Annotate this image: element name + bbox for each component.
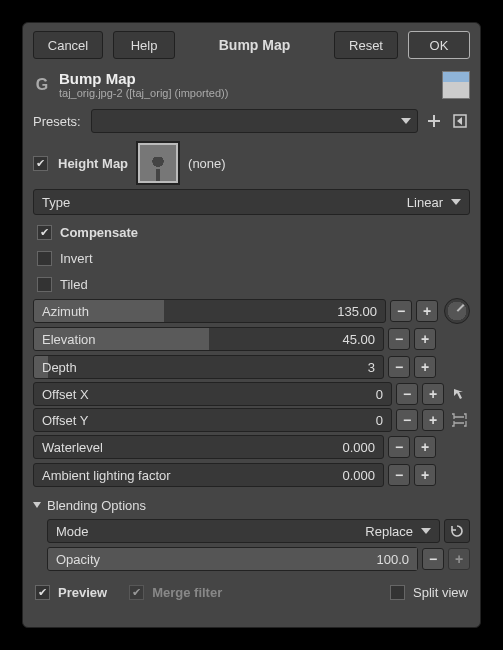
offsetx-slider[interactable]: Offset X 0 — [33, 382, 392, 406]
cancel-button[interactable]: Cancel — [33, 31, 103, 59]
depth-value: 3 — [368, 360, 383, 375]
tiled-checkbox[interactable] — [37, 277, 52, 292]
preview-label[interactable]: Preview — [58, 585, 107, 600]
header: G Bump Map taj_orig.jpg-2 ([taj_orig] (i… — [23, 67, 480, 103]
merge-filter-label: Merge filter — [152, 585, 222, 600]
heightmap-picker[interactable] — [138, 143, 178, 183]
waterlevel-minus-button[interactable]: − — [388, 436, 410, 458]
split-view-checkbox[interactable] — [390, 585, 405, 600]
offsety-minus-button[interactable]: − — [396, 409, 418, 431]
merge-filter-checkbox — [129, 585, 144, 600]
offset-pick-button[interactable] — [452, 381, 466, 407]
compensate-checkbox[interactable] — [37, 225, 52, 240]
mode-combo[interactable]: Mode Replace — [47, 519, 440, 543]
heightmap-checkbox[interactable] — [33, 156, 48, 171]
presets-combo[interactable] — [91, 109, 418, 133]
azimuth-label: Azimuth — [34, 304, 89, 319]
split-view-label[interactable]: Split view — [413, 585, 468, 600]
mode-value: Replace — [365, 524, 413, 539]
opacity-slider[interactable]: Opacity 100.0 — [47, 547, 418, 571]
preview-checkbox[interactable] — [35, 585, 50, 600]
compensate-label[interactable]: Compensate — [60, 225, 138, 240]
heightmap-label: Height Map — [58, 156, 128, 171]
type-value: Linear — [407, 195, 443, 210]
preset-manage-button[interactable] — [450, 111, 470, 131]
azimuth-dial[interactable] — [444, 298, 470, 324]
offsetx-label: Offset X — [34, 387, 89, 402]
depth-slider[interactable]: Depth 3 — [33, 355, 384, 379]
waterlevel-label: Waterlevel — [34, 440, 103, 455]
gimp-icon: G — [33, 76, 51, 94]
offsety-label: Offset Y — [34, 413, 89, 428]
elevation-value: 45.00 — [342, 332, 383, 347]
offsetx-value: 0 — [376, 387, 391, 402]
opacity-label: Opacity — [48, 552, 100, 567]
offsety-slider[interactable]: Offset Y 0 — [33, 408, 392, 432]
azimuth-value: 135.00 — [337, 304, 385, 319]
chevron-down-icon — [33, 502, 41, 508]
chevron-down-icon — [421, 528, 431, 534]
elevation-slider[interactable]: Elevation 45.00 — [33, 327, 384, 351]
ambient-value: 0.000 — [342, 468, 383, 483]
ambient-label: Ambient lighting factor — [34, 468, 171, 483]
ambient-minus-button[interactable]: − — [388, 464, 410, 486]
blending-options-label: Blending Options — [47, 498, 146, 513]
azimuth-plus-button[interactable]: + — [416, 300, 438, 322]
opacity-minus-button[interactable]: − — [422, 548, 444, 570]
waterlevel-plus-button[interactable]: + — [414, 436, 436, 458]
dialog-title: Bump Map — [185, 37, 324, 53]
tiled-label[interactable]: Tiled — [60, 277, 88, 292]
ok-button[interactable]: OK — [408, 31, 470, 59]
heightmap-value: (none) — [188, 156, 226, 171]
titlebar: Cancel Help Bump Map Reset OK — [23, 23, 480, 67]
opacity-value: 100.0 — [376, 552, 417, 567]
heightmap-thumb-icon — [148, 157, 168, 181]
opacity-plus-button[interactable]: + — [448, 548, 470, 570]
depth-plus-button[interactable]: + — [414, 356, 436, 378]
type-combo[interactable]: Type Linear — [33, 189, 470, 215]
ambient-slider[interactable]: Ambient lighting factor 0.000 — [33, 463, 384, 487]
offsetx-minus-button[interactable]: − — [396, 383, 418, 405]
preset-add-button[interactable] — [424, 111, 444, 131]
elevation-minus-button[interactable]: − — [388, 328, 410, 350]
depth-minus-button[interactable]: − — [388, 356, 410, 378]
chevron-down-icon — [451, 199, 461, 205]
help-button[interactable]: Help — [113, 31, 175, 59]
offset-link-button[interactable] — [450, 407, 468, 433]
mode-reset-button[interactable] — [444, 519, 470, 543]
invert-label[interactable]: Invert — [60, 251, 93, 266]
dialog-window: Cancel Help Bump Map Reset OK G Bump Map… — [22, 22, 481, 628]
waterlevel-slider[interactable]: Waterlevel 0.000 — [33, 435, 384, 459]
blending-options-header[interactable]: Blending Options — [33, 489, 470, 517]
offsety-plus-button[interactable]: + — [422, 409, 444, 431]
elevation-plus-button[interactable]: + — [414, 328, 436, 350]
ambient-plus-button[interactable]: + — [414, 464, 436, 486]
type-label: Type — [42, 195, 70, 210]
filter-name: Bump Map — [59, 70, 434, 87]
offsetx-plus-button[interactable]: + — [422, 383, 444, 405]
azimuth-slider[interactable]: Azimuth 135.00 — [33, 299, 386, 323]
reset-button[interactable]: Reset — [334, 31, 398, 59]
presets-label: Presets: — [33, 114, 85, 129]
azimuth-minus-button[interactable]: − — [390, 300, 412, 322]
image-thumbnail — [442, 71, 470, 99]
image-name: taj_orig.jpg-2 ([taj_orig] (imported)) — [59, 87, 434, 99]
depth-label: Depth — [34, 360, 77, 375]
chevron-down-icon — [401, 118, 411, 124]
waterlevel-value: 0.000 — [342, 440, 383, 455]
elevation-label: Elevation — [34, 332, 95, 347]
offsety-value: 0 — [376, 413, 391, 428]
invert-checkbox[interactable] — [37, 251, 52, 266]
mode-label: Mode — [56, 524, 89, 539]
